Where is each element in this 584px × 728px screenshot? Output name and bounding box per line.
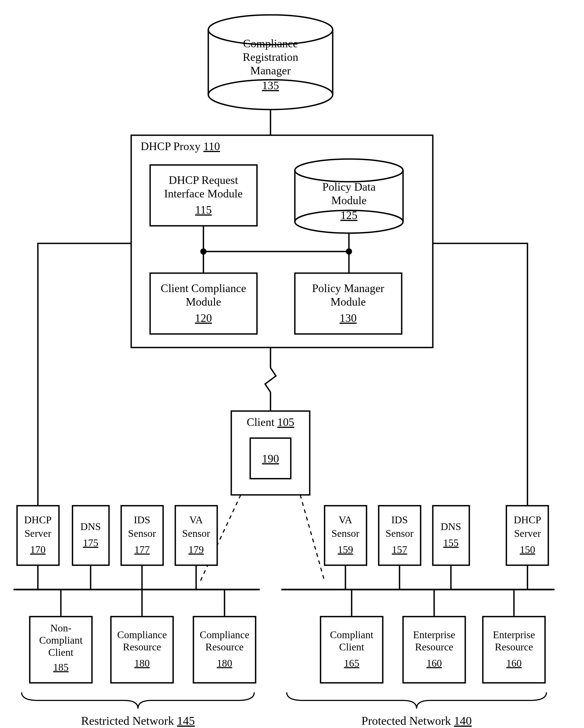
pmm-l1: Policy Manager	[312, 282, 384, 294]
svg-text:180: 180	[217, 657, 232, 669]
svg-point-12	[347, 249, 351, 254]
ccm-l2: Module	[186, 295, 221, 308]
right-va: VA Sensor 159	[325, 506, 366, 565]
pdm-l2: Module	[331, 194, 367, 207]
svg-text:Enterprise: Enterprise	[413, 629, 455, 641]
client-title: Client 105	[247, 416, 294, 428]
policy-manager-module: Policy Manager Module 130	[295, 273, 402, 334]
svg-text:157: 157	[392, 544, 407, 555]
crm-l2: Registration	[243, 51, 298, 63]
crm-cylinder: Compliance Registration Manager 135	[208, 15, 333, 109]
ccm-num: 120	[195, 312, 212, 324]
crm-l1: Compliance	[243, 37, 298, 50]
dhcpreq-l1: DHCP Request	[169, 174, 238, 186]
svg-text:Compliance: Compliance	[117, 629, 167, 641]
pdm-num: 125	[340, 209, 358, 222]
svg-point-5	[295, 159, 403, 182]
svg-text:Server: Server	[24, 528, 51, 539]
svg-text:Server: Server	[514, 528, 541, 539]
svg-text:155: 155	[443, 537, 459, 548]
svg-rect-20	[73, 506, 109, 565]
left-dns: DNS 175	[73, 506, 109, 565]
restricted-network-label: Restricted Network 145	[81, 714, 195, 727]
brace-right	[287, 692, 547, 708]
svg-text:165: 165	[344, 657, 359, 669]
svg-text:Non-: Non-	[50, 622, 71, 633]
upper-drops-right	[346, 565, 528, 590]
compliance-resource-1: Compliance Resource 180	[111, 617, 173, 683]
pmm-l2: Module	[331, 295, 366, 308]
protected-network-label: Protected Network 140	[361, 714, 472, 727]
svg-point-11	[201, 249, 206, 254]
compliance-resource-2: Compliance Resource 180	[194, 617, 256, 683]
svg-text:Resource: Resource	[123, 641, 161, 653]
svg-text:Client: Client	[48, 647, 74, 658]
left-dhcp-server: DHCP Server 170	[17, 506, 59, 565]
svg-text:175: 175	[83, 537, 99, 548]
right-dhcp-server: DHCP Server 150	[506, 506, 548, 565]
svg-text:Resource: Resource	[415, 641, 453, 653]
upper-drops-left	[38, 565, 196, 590]
svg-text:VA: VA	[189, 514, 203, 525]
brace-left	[22, 692, 254, 708]
client-compliance-module: Client Compliance Module 120	[150, 273, 257, 334]
svg-text:DHCP: DHCP	[514, 514, 541, 525]
compliant-client: Compliant Client 165	[321, 617, 383, 683]
svg-text:180: 180	[134, 657, 150, 669]
lower-drops-right	[352, 590, 514, 617]
lower-drops-left	[61, 590, 225, 617]
proxy-title: DHCP Proxy 110	[141, 140, 220, 153]
svg-text:Compliant: Compliant	[39, 634, 83, 646]
svg-text:Resource: Resource	[495, 641, 533, 653]
svg-text:DHCP: DHCP	[24, 514, 51, 525]
client-box: Client 105 190	[231, 411, 310, 495]
ccm-l1: Client Compliance	[161, 282, 246, 294]
right-dns: DNS 155	[433, 506, 469, 565]
dhcpreq-l2: Interface Module	[164, 187, 243, 200]
dashed-right	[300, 495, 325, 581]
svg-text:Client: Client	[339, 641, 364, 653]
lightning-connector	[265, 347, 276, 411]
enterprise-resource-2: Enterprise Resource 160	[483, 617, 545, 683]
left-ids: IDS Sensor 177	[121, 506, 163, 565]
non-compliant-client: Non- Compliant Client 185	[30, 617, 92, 683]
crm-l3: Manager	[250, 64, 290, 77]
svg-text:IDS: IDS	[134, 514, 150, 525]
dhcpreq-num: 115	[195, 204, 211, 216]
svg-text:160: 160	[427, 657, 442, 669]
svg-text:185: 185	[53, 661, 69, 673]
svg-text:Resource: Resource	[205, 641, 244, 653]
svg-text:DNS: DNS	[441, 521, 461, 532]
svg-text:Compliant: Compliant	[330, 629, 374, 641]
client-inner-num: 190	[262, 452, 279, 465]
svg-text:Enterprise: Enterprise	[493, 629, 535, 641]
svg-text:Sensor: Sensor	[182, 528, 210, 539]
architecture-diagram: Compliance Registration Manager 135 DHCP…	[0, 0, 584, 728]
svg-rect-39	[433, 506, 469, 565]
svg-text:Sensor: Sensor	[331, 528, 359, 539]
svg-text:IDS: IDS	[391, 514, 408, 525]
svg-text:Sensor: Sensor	[385, 528, 413, 539]
right-ids: IDS Sensor 157	[379, 506, 421, 565]
left-va: VA Sensor 179	[175, 506, 217, 565]
svg-text:160: 160	[506, 657, 522, 669]
svg-text:159: 159	[338, 544, 353, 555]
svg-text:179: 179	[188, 544, 204, 555]
svg-text:Compliance: Compliance	[200, 629, 249, 641]
enterprise-resource-1: Enterprise Resource 160	[403, 617, 465, 683]
pmm-num: 130	[340, 312, 357, 324]
dhcp-request-module: DHCP Request Interface Module 115	[150, 165, 257, 226]
svg-text:150: 150	[520, 544, 535, 555]
svg-text:DNS: DNS	[80, 521, 101, 532]
svg-text:Sensor: Sensor	[128, 528, 156, 539]
svg-text:177: 177	[134, 544, 150, 555]
svg-text:170: 170	[30, 544, 46, 555]
svg-text:VA: VA	[339, 514, 352, 525]
pdm-l1: Policy Data	[322, 181, 376, 193]
crm-num: 135	[262, 79, 279, 92]
